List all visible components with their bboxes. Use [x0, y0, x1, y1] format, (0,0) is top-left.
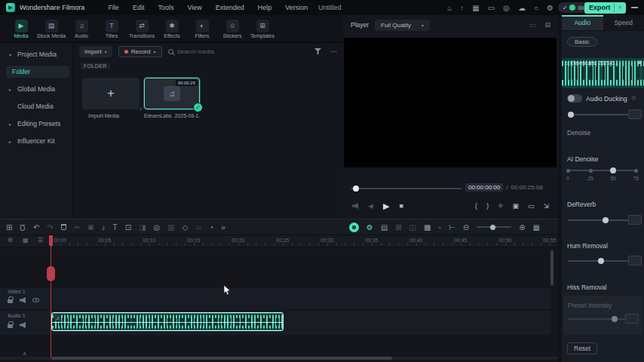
sidebar-item-folder[interactable]: Folder: [6, 66, 69, 78]
tab-speed-properties[interactable]: Speed: [603, 15, 644, 30]
account-icon[interactable]: ○: [534, 4, 538, 12]
ducking-level-slider[interactable]: [568, 114, 634, 115]
slider-handle[interactable]: [568, 112, 574, 118]
tab-templates[interactable]: ⊞ Templates: [249, 20, 276, 38]
seek-bar[interactable]: [351, 188, 462, 189]
lock-icon[interactable]: [8, 324, 13, 328]
split-icon[interactable]: ✂: [74, 223, 80, 232]
tab-media[interactable]: ▶ Media: [8, 20, 35, 38]
audio-clip-tile[interactable]: ♫ 00:00:25 ♪ ✓: [144, 78, 200, 109]
timeline-horizontal-scrollbar[interactable]: [51, 357, 392, 360]
lock-icon[interactable]: [8, 299, 13, 303]
undo-icon[interactable]: ↶: [33, 223, 39, 232]
slider-handle[interactable]: [612, 316, 618, 322]
render-preview-icon[interactable]: ✚: [498, 202, 504, 210]
auto-ripple-icon[interactable]: ▫: [439, 223, 442, 232]
record-button[interactable]: Record ▾: [118, 46, 162, 57]
dual-screen-icon[interactable]: ⊟: [544, 21, 550, 29]
tab-stickers[interactable]: ☺ Stickers: [219, 20, 246, 38]
chroma-key-icon[interactable]: ◨: [139, 223, 146, 232]
more-options-icon[interactable]: ⋯: [330, 48, 337, 55]
audio-stretch-icon[interactable]: ▤: [381, 223, 388, 232]
export-button[interactable]: Export ▾: [584, 2, 626, 14]
tab-audio[interactable]: ♫ Audio: [68, 20, 95, 38]
mark-in-icon[interactable]: (: [475, 202, 477, 210]
render-quality-icon[interactable]: ▦: [23, 237, 29, 244]
sidebar-item-editing-presets[interactable]: ▸ Editing Presets: [3, 118, 69, 130]
tab-titles[interactable]: T Titles: [98, 20, 125, 38]
motion-track-icon[interactable]: ◎: [154, 223, 161, 232]
marker-icon[interactable]: ⊠: [395, 223, 401, 232]
pointer-tool-icon[interactable]: ⊞: [6, 223, 12, 232]
search-input[interactable]: [177, 48, 290, 55]
detach-icon[interactable]: ⊗: [637, 60, 642, 66]
voiceover-record-icon[interactable]: [349, 222, 359, 232]
play-icon[interactable]: ▶: [383, 201, 389, 211]
collapse-tracks-icon[interactable]: ∧: [23, 351, 26, 357]
audio-ducking-toggle[interactable]: [567, 94, 582, 103]
reset-button[interactable]: Reset: [567, 342, 597, 354]
seek-handle[interactable]: [353, 186, 359, 192]
delete-icon[interactable]: [61, 224, 66, 230]
tab-effects[interactable]: ✱ Effects: [158, 20, 186, 38]
timeline-ruler[interactable]: ⚙ ▦ ☰ 00:00 00:05 00:10 00:15 00:20 00:2…: [0, 235, 558, 247]
sidebar-item-global-media[interactable]: ▸ Global Media: [3, 83, 69, 95]
manage-tracks-icon[interactable]: ☰: [38, 237, 43, 244]
mute-icon[interactable]: [20, 297, 26, 303]
denoise-tool-icon[interactable]: ⚙: [366, 223, 373, 232]
timeline-zoom-slider[interactable]: [477, 226, 511, 228]
menu-version[interactable]: Version: [278, 4, 314, 11]
silence-detect-icon[interactable]: ▩: [424, 223, 431, 232]
plugin-icon[interactable]: ⚙: [547, 4, 554, 12]
edit-display-icon[interactable]: ▭: [528, 202, 535, 210]
tab-audio-properties[interactable]: Audio: [562, 15, 603, 30]
import-button[interactable]: Import ▾: [79, 46, 112, 57]
ducking-settings-icon[interactable]: ⚙: [631, 95, 636, 102]
quality-dropdown[interactable]: Full Quality ▾: [375, 20, 430, 31]
menu-edit[interactable]: Edit: [126, 4, 152, 11]
snapshot-icon[interactable]: ▣: [512, 202, 519, 210]
compare-view-icon[interactable]: ▭: [529, 21, 536, 29]
video-track-lane[interactable]: [0, 288, 551, 309]
timeline-settings-icon[interactable]: ⚙: [8, 237, 13, 244]
timeline-audio-clip[interactable]: ♫: [51, 312, 284, 331]
ai-denoise-slider[interactable]: [568, 170, 634, 171]
timeline-vertical-scrollbar[interactable]: [550, 250, 554, 285]
menu-extended[interactable]: Extended: [209, 4, 251, 11]
layout-icon[interactable]: ▦: [472, 4, 479, 12]
hide-track-icon[interactable]: [32, 298, 39, 302]
record-screen-icon[interactable]: ◎: [503, 4, 510, 12]
fullscreen-icon[interactable]: ⇲: [543, 202, 549, 210]
zoom-out-icon[interactable]: ⊖: [463, 223, 469, 232]
export-frame-icon[interactable]: ◫: [409, 223, 416, 232]
beat-detect-icon[interactable]: ♪: [102, 223, 106, 232]
store-icon[interactable]: ⌂: [447, 4, 452, 12]
cloud-sync-icon[interactable]: ☁: [518, 4, 526, 12]
fit-timeline-icon[interactable]: ▦: [533, 223, 540, 232]
slider-handle[interactable]: [610, 167, 616, 173]
filter-icon[interactable]: [314, 48, 321, 54]
zoom-in-icon[interactable]: ⊕: [519, 223, 525, 232]
mute-icon[interactable]: [20, 322, 26, 328]
volume-line[interactable]: [52, 322, 283, 323]
value-box[interactable]: [628, 109, 642, 119]
freeze-frame-icon[interactable]: ▱: [195, 223, 201, 232]
tab-filters[interactable]: ◐ Filters: [189, 20, 216, 38]
snap-icon[interactable]: Ω: [20, 223, 25, 232]
redo-icon[interactable]: ↷: [47, 223, 53, 232]
hiss-intensity-slider[interactable]: [568, 318, 631, 320]
quick-text-icon[interactable]: T: [113, 223, 118, 232]
crop-tool-icon[interactable]: ▣: [87, 223, 94, 231]
minimize-icon[interactable]: [631, 7, 638, 8]
stop-icon[interactable]: ■: [399, 202, 403, 210]
share-icon[interactable]: ↑: [460, 4, 464, 12]
value-box[interactable]: [628, 215, 642, 225]
menu-view[interactable]: View: [180, 4, 208, 11]
slider-handle[interactable]: [598, 258, 604, 264]
mixer-icon[interactable]: ▥: [167, 223, 174, 232]
value-box[interactable]: [628, 256, 642, 265]
render-icon[interactable]: ⊢: [449, 223, 455, 232]
tab-transitions[interactable]: ⇄ Transitions: [128, 20, 155, 38]
dereverb-slider[interactable]: [568, 219, 634, 221]
basic-subtab[interactable]: Basic: [567, 37, 597, 47]
